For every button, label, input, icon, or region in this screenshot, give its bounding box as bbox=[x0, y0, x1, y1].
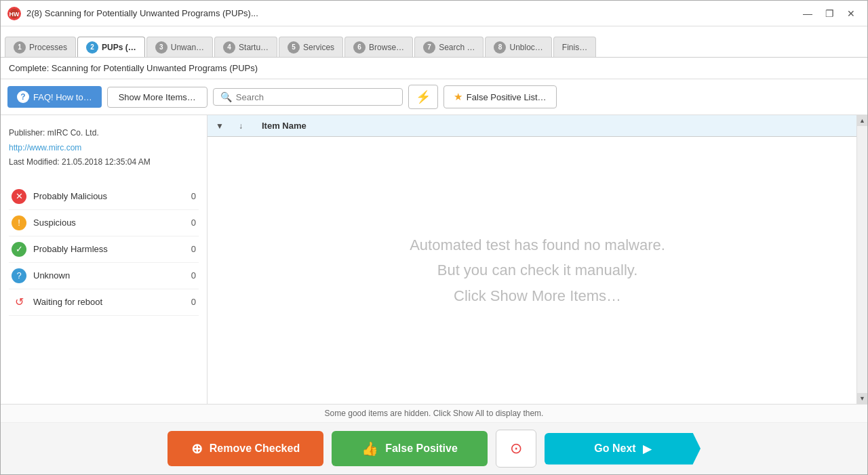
close-button[interactable]: ✕ bbox=[842, 6, 861, 21]
main-content: Publisher: mIRC Co. Ltd. http://www.mirc… bbox=[1, 115, 867, 404]
tab-startup-label: Startu… bbox=[239, 43, 269, 52]
stats-list: ✕Probably Malicious0!Suspicious0✓Probabl… bbox=[9, 184, 199, 316]
tab-processes[interactable]: 1Processes bbox=[5, 37, 76, 57]
publisher-info: Publisher: mIRC Co. Ltd. http://www.mirc… bbox=[9, 126, 199, 170]
waiting-reboot-count: 0 bbox=[191, 297, 196, 307]
unknown-icon: ? bbox=[12, 268, 26, 283]
tab-browser-label: Browse… bbox=[369, 43, 404, 52]
unknown-label: Unknown bbox=[33, 270, 184, 281]
help-button[interactable]: ⊙ bbox=[496, 430, 536, 468]
stat-unknown[interactable]: ?Unknown0 bbox=[9, 263, 199, 289]
tab-search[interactable]: 7Search … bbox=[414, 37, 484, 57]
unknown-count: 0 bbox=[191, 270, 196, 281]
scrollbar[interactable]: ▲ ▼ bbox=[856, 115, 867, 404]
tab-browser-num: 6 bbox=[353, 41, 366, 54]
column-item-name: Item Name bbox=[262, 121, 859, 131]
stat-probably-harmless[interactable]: ✓Probably Harmless0 bbox=[9, 236, 199, 263]
probably-malicious-label: Probably Malicious bbox=[33, 191, 184, 201]
down-arrow-icon: ↓ bbox=[239, 121, 243, 131]
faq-label: FAQ! How to… bbox=[33, 92, 92, 102]
status-text: Complete: Scanning for Potentially Unwan… bbox=[9, 63, 258, 73]
tab-pups[interactable]: 2PUPs (… bbox=[77, 37, 145, 57]
tab-startup-num: 4 bbox=[223, 41, 235, 54]
waiting-reboot-icon: ↺ bbox=[12, 295, 26, 310]
toolbar: ? FAQ! How to… Show More Items… 🔍 ⚡ ★ Fa… bbox=[1, 79, 867, 115]
remove-checked-button[interactable]: ⊕ Remove Checked bbox=[167, 431, 323, 466]
publisher-line3: Last Modified: 21.05.2018 12:35:04 AM bbox=[9, 155, 199, 170]
table-scroll-area[interactable]: Automated test has found no malware. But… bbox=[208, 137, 867, 404]
next-arrow-icon: ▶ bbox=[643, 442, 651, 455]
tab-pups-num: 2 bbox=[86, 41, 98, 54]
tab-finish-label: Finis… bbox=[562, 43, 587, 52]
probably-malicious-count: 0 bbox=[191, 191, 196, 201]
go-next-button[interactable]: Go Next ▶ bbox=[545, 433, 701, 465]
search-input[interactable] bbox=[236, 92, 395, 102]
stat-waiting-reboot[interactable]: ↺Waiting for reboot0 bbox=[9, 289, 199, 316]
suspicious-count: 0 bbox=[191, 218, 196, 228]
probably-harmless-icon: ✓ bbox=[12, 242, 26, 257]
maximize-button[interactable]: ❐ bbox=[820, 6, 839, 21]
suspicious-label: Suspicious bbox=[33, 218, 184, 228]
stat-suspicious[interactable]: !Suspicious0 bbox=[9, 210, 199, 236]
empty-line1: Automated test has found no malware. bbox=[410, 232, 665, 257]
right-panel: ▼ ↓ Item Name Automated test has found n… bbox=[208, 115, 867, 404]
header-arrow: ↓ bbox=[239, 121, 255, 131]
app-icon: HW bbox=[7, 7, 21, 20]
tab-bar: 1Processes2PUPs (…3Unwan…4Startu…5Servic… bbox=[1, 26, 867, 58]
header-check: ▼ bbox=[216, 121, 232, 131]
publisher-line1: Publisher: mIRC Co. Ltd. bbox=[9, 126, 199, 141]
remove-icon: ⊕ bbox=[191, 440, 203, 457]
tab-browser[interactable]: 6Browse… bbox=[344, 37, 413, 57]
waiting-reboot-label: Waiting for reboot bbox=[33, 297, 184, 307]
tab-finish[interactable]: Finis… bbox=[553, 37, 596, 57]
hidden-items-message: Some good items are hidden. Click Show A… bbox=[1, 405, 867, 423]
empty-message: Automated test has found no malware. But… bbox=[208, 137, 867, 404]
false-positive-button[interactable]: 👍 False Positive bbox=[332, 431, 488, 466]
tab-services-num: 5 bbox=[288, 41, 300, 54]
tab-services[interactable]: 5Services bbox=[279, 37, 343, 57]
tab-search-label: Search … bbox=[439, 43, 475, 52]
help-icon: ⊙ bbox=[510, 440, 522, 457]
window-title: 2(8) Scanning for Potentially Unwanted P… bbox=[26, 8, 798, 18]
show-more-button[interactable]: Show More Items… bbox=[107, 87, 208, 108]
thumbs-up-icon: 👍 bbox=[361, 440, 378, 457]
tab-services-label: Services bbox=[303, 43, 334, 52]
tab-processes-num: 1 bbox=[14, 41, 26, 54]
scroll-down-button[interactable]: ▼ bbox=[857, 393, 868, 404]
tab-unwanted-num: 3 bbox=[155, 41, 167, 54]
left-panel: Publisher: mIRC Co. Ltd. http://www.mirc… bbox=[1, 115, 208, 404]
scroll-track bbox=[857, 126, 867, 393]
go-next-label: Go Next bbox=[594, 442, 635, 455]
empty-line2: But you can check it manually. bbox=[437, 257, 638, 283]
lightning-button[interactable]: ⚡ bbox=[408, 85, 438, 109]
tab-startup[interactable]: 4Startu… bbox=[214, 37, 277, 57]
tab-search-num: 7 bbox=[423, 41, 435, 54]
tab-unblock[interactable]: 8Unbloc… bbox=[485, 37, 551, 57]
title-bar: HW 2(8) Scanning for Potentially Unwante… bbox=[1, 1, 867, 26]
stat-probably-malicious[interactable]: ✕Probably Malicious0 bbox=[9, 184, 199, 210]
suspicious-icon: ! bbox=[12, 215, 26, 230]
tab-unwanted-label: Unwan… bbox=[171, 43, 204, 52]
tab-unblock-num: 8 bbox=[494, 41, 506, 54]
tab-pups-label: PUPs (… bbox=[102, 43, 136, 52]
search-box: 🔍 bbox=[213, 88, 403, 106]
chevron-down-icon: ▼ bbox=[216, 121, 224, 131]
main-window: HW 2(8) Scanning for Potentially Unwante… bbox=[0, 0, 868, 475]
table-header: ▼ ↓ Item Name bbox=[208, 115, 867, 137]
lightning-icon: ⚡ bbox=[416, 90, 431, 104]
scroll-up-button[interactable]: ▲ bbox=[857, 115, 868, 126]
publisher-line2: http://www.mirc.com bbox=[9, 141, 199, 156]
bottom-bar: Some good items are hidden. Click Show A… bbox=[1, 404, 867, 474]
probably-malicious-icon: ✕ bbox=[12, 189, 26, 204]
minimize-button[interactable]: — bbox=[798, 6, 817, 21]
tab-processes-label: Processes bbox=[29, 43, 67, 52]
faq-icon: ? bbox=[17, 91, 29, 103]
false-positive-list-button[interactable]: ★ False Positive List… bbox=[443, 85, 557, 108]
action-buttons: ⊕ Remove Checked 👍 False Positive ⊙ Go N… bbox=[1, 423, 867, 474]
probably-harmless-count: 0 bbox=[191, 244, 196, 254]
empty-line3: Click Show More Items… bbox=[454, 283, 621, 308]
faq-button[interactable]: ? FAQ! How to… bbox=[7, 86, 102, 108]
remove-label: Remove Checked bbox=[210, 442, 300, 455]
search-icon: 🔍 bbox=[220, 91, 232, 102]
tab-unwanted[interactable]: 3Unwan… bbox=[146, 37, 213, 57]
